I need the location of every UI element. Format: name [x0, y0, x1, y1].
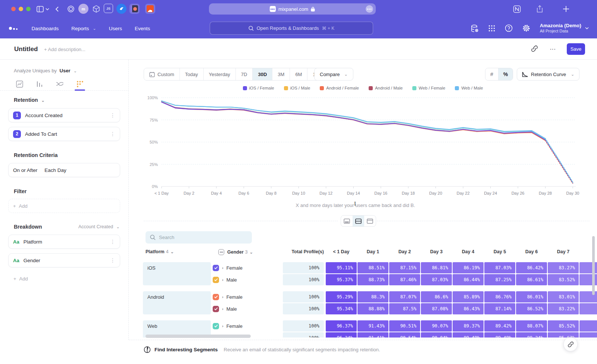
date-range-30d[interactable]: 30D: [253, 68, 272, 80]
retention-value-cell[interactable]: 83.27%: [548, 262, 579, 273]
help-icon[interactable]: [505, 24, 513, 32]
retention-value-cell[interactable]: 87.25%: [484, 274, 515, 285]
retention-value-cell[interactable]: 86.6%: [421, 291, 452, 302]
tab-flows[interactable]: [54, 78, 65, 90]
retention-value-cell[interactable]: [579, 332, 597, 338]
add-description-button[interactable]: + Add description...: [44, 47, 85, 52]
retention-value-cell[interactable]: 90.54%: [389, 332, 420, 338]
breakdown-property[interactable]: Gender: [24, 258, 106, 263]
retention-value-cell[interactable]: [579, 320, 597, 332]
add-breakdown-button[interactable]: + Add: [13, 276, 28, 282]
date-range-6m[interactable]: 6M: [290, 68, 307, 80]
table-row[interactable]: ›Male: [213, 274, 237, 285]
retention-value-cell[interactable]: 85.67%: [548, 332, 579, 338]
retention-value-cell[interactable]: 87.5%: [389, 303, 420, 314]
tab-insights[interactable]: [14, 78, 25, 90]
settings-gear-icon[interactable]: [522, 24, 530, 32]
date-range-7d[interactable]: 7D: [236, 68, 253, 80]
retention-value-cell[interactable]: 90.07%: [421, 320, 452, 332]
retention-value-cell[interactable]: 95.37%: [326, 274, 357, 285]
table-search-input[interactable]: Search: [146, 231, 252, 244]
row-checkbox[interactable]: [213, 294, 219, 300]
retention-value-cell[interactable]: 88.24%: [516, 332, 547, 338]
table-row[interactable]: ›Female: [213, 291, 243, 302]
retention-value-cell[interactable]: 89.37%: [453, 320, 484, 332]
criteria-mode[interactable]: On or After: [13, 167, 37, 173]
step-event-name[interactable]: Added To Cart: [25, 131, 106, 137]
window-minimize-button[interactable]: [19, 7, 23, 11]
copy-link-icon[interactable]: [531, 45, 538, 52]
sidebar-toggle-icon[interactable]: [37, 4, 44, 13]
retention-value-cell[interactable]: 83.01%: [548, 291, 579, 302]
expand-chevron-icon[interactable]: ›: [222, 324, 224, 328]
kebab-menu-icon[interactable]: ⋮: [110, 112, 115, 118]
date-range-3m[interactable]: 3M: [272, 68, 290, 80]
retention-value-cell[interactable]: 83.52%: [548, 274, 579, 285]
retention-value-cell[interactable]: 85.89%: [453, 291, 484, 302]
legend-item[interactable]: Web / Male: [455, 86, 483, 90]
retention-value-cell[interactable]: 95.34%: [326, 303, 357, 314]
date-range-today[interactable]: Today: [180, 68, 204, 80]
nav-item-events[interactable]: Events: [135, 26, 150, 31]
chart-view-selector[interactable]: Retention Curve⌄: [517, 68, 579, 81]
add-filter-button[interactable]: + Add: [8, 199, 120, 213]
retention-value-cell[interactable]: 87.14%: [484, 303, 515, 314]
retention-value-cell[interactable]: 87.15%: [389, 262, 420, 273]
legend-item[interactable]: Web / Female: [412, 86, 445, 90]
tabs-chevron-icon[interactable]: [46, 4, 49, 13]
row-checkbox[interactable]: [213, 277, 219, 283]
legend-item[interactable]: iOS / Female: [243, 86, 274, 90]
compare-button[interactable]: Compare⌄: [314, 68, 353, 81]
tab-retention[interactable]: [74, 78, 85, 90]
retention-value-cell[interactable]: 90.51%: [389, 320, 420, 332]
extension-icon[interactable]: JS: [104, 4, 113, 13]
retention-value-cell[interactable]: 86.76%: [484, 291, 515, 302]
url-options-icon[interactable]: •••: [366, 5, 373, 13]
retention-value-cell[interactable]: 87.07%: [389, 291, 420, 302]
legend-item[interactable]: iOS / Male: [284, 86, 310, 90]
expand-chevron-icon[interactable]: ›: [222, 295, 224, 299]
platform-column-header[interactable]: Platform4⌄: [146, 249, 174, 254]
retention-value-cell[interactable]: 86.61%: [516, 274, 547, 285]
back-icon[interactable]: [55, 4, 59, 13]
vertical-scrollbar[interactable]: [592, 236, 595, 295]
retention-value-cell[interactable]: 87.03%: [421, 274, 452, 285]
retention-criteria-selector[interactable]: On or After Each Day: [8, 163, 120, 177]
nav-item-reports[interactable]: Reports⌄: [71, 26, 96, 31]
retention-value-cell[interactable]: 87.03%: [484, 262, 515, 273]
table-row[interactable]: ›Female: [213, 262, 243, 273]
retention-value-cell[interactable]: 85.52%: [548, 320, 579, 332]
window-zoom-button[interactable]: [26, 7, 31, 11]
row-checkbox[interactable]: [213, 265, 219, 271]
retention-chart[interactable]: 0%25%50%75%100%< 1 DayDay 2Day 4Day 6Day…: [140, 92, 586, 201]
kebab-menu-icon[interactable]: ⋮: [110, 239, 115, 245]
table-row[interactable]: ›Male: [213, 303, 237, 314]
retention-value-cell[interactable]: 88.07%: [516, 320, 547, 332]
notion-extension-icon[interactable]: [513, 4, 521, 13]
layout-split-button[interactable]: [353, 216, 364, 226]
criteria-interval[interactable]: Each Day: [44, 167, 66, 173]
share-icon[interactable]: [537, 4, 543, 13]
layout-chart-only-button[interactable]: [341, 216, 353, 226]
floating-share-button[interactable]: [563, 337, 578, 351]
row-checkbox[interactable]: [213, 323, 219, 329]
retention-value-cell[interactable]: 86.19%: [453, 262, 484, 273]
series-line[interactable]: [162, 102, 546, 140]
retention-value-cell[interactable]: 87.08%: [421, 303, 452, 314]
table-row[interactable]: ›Female: [213, 320, 243, 332]
legend-item[interactable]: Android / Male: [369, 86, 403, 90]
step-event-name[interactable]: Account Created: [25, 113, 106, 118]
project-switcher[interactable]: Amazonia {Demo} All Project Data: [540, 23, 589, 34]
retention-value-cell[interactable]: 90.04%: [421, 332, 452, 338]
retention-value-cell[interactable]: 88.88%: [357, 303, 388, 314]
save-button[interactable]: Save: [567, 43, 585, 55]
url-bar[interactable]: mixpanel.com •••: [209, 3, 376, 15]
find-interesting-segments[interactable]: Find Interesting Segments Receive an ema…: [144, 346, 380, 353]
absolute-numbers-toggle[interactable]: #: [485, 68, 498, 80]
kebab-menu-icon[interactable]: ⋮: [110, 131, 115, 137]
retention-value-cell[interactable]: 86.52%: [516, 303, 547, 314]
tab-bar-chart[interactable]: [34, 78, 45, 90]
retention-step-1[interactable]: 1 Account Created ⋮: [8, 108, 120, 122]
kebab-menu-icon[interactable]: ⋮: [110, 257, 115, 263]
retention-value-cell[interactable]: 89.42%: [484, 320, 515, 332]
